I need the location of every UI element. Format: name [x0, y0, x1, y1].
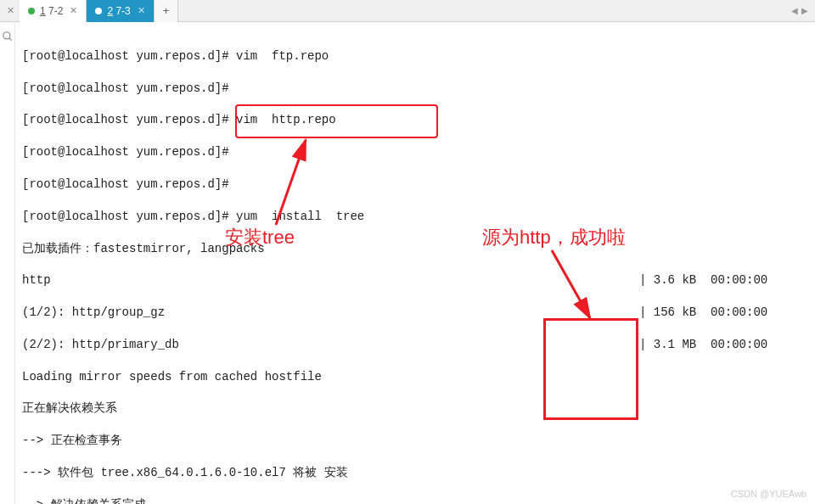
tab-7-3[interactable]: 2 7-3 ✕	[87, 0, 154, 22]
tab-nav-arrows: ◀ ▶	[791, 6, 815, 15]
tab-label: 1 7-2	[40, 5, 63, 17]
terminal-line: [root@localhost yum.repos.d]# yum instal…	[22, 209, 808, 225]
annotation-src-http: 源为http，成功啦	[482, 225, 626, 250]
terminal-line: [root@localhost yum.repos.d]#	[22, 176, 808, 193]
status-dot-icon	[28, 8, 35, 14]
sidebar	[0, 22, 15, 504]
terminal-line: ---> 软件包 tree.x86_64.0.1.6.0-10.el7 将被 安…	[22, 465, 808, 481]
tab-7-2[interactable]: 1 7-2 ✕	[20, 0, 87, 22]
terminal-line: 正在解决依赖关系	[22, 400, 808, 417]
terminal-line: Loading mirror speeds from cached hostfi…	[22, 369, 808, 385]
terminal-line: [root@localhost yum.repos.d]# vim ftp.re…	[22, 48, 808, 64]
close-icon[interactable]: ✕	[138, 5, 145, 16]
chevron-right-icon[interactable]: ▶	[801, 6, 808, 15]
terminal-output[interactable]: [root@localhost yum.repos.d]# vim ftp.re…	[15, 22, 815, 504]
new-tab-button[interactable]: +	[155, 0, 179, 22]
download-item: (2/2): http/primary_db	[22, 338, 179, 351]
repo-name: http	[22, 273, 51, 287]
download-stat: | 3.6 kB 00:00:00	[639, 272, 767, 288]
download-item: (1/2): http/group_gz	[22, 305, 165, 319]
terminal-line: (1/2): http/group_gz| 156 kB 00:00:00	[22, 305, 808, 321]
close-icon[interactable]: ✕	[7, 5, 14, 16]
tab-label: 2 7-3	[107, 5, 130, 17]
chevron-left-icon[interactable]: ◀	[791, 6, 798, 15]
command: yum install tree	[229, 210, 365, 223]
terminal-line: [root@localhost yum.repos.d]#	[22, 81, 808, 97]
prompt: [root@localhost yum.repos.d]#	[22, 210, 229, 223]
close-icon[interactable]: ✕	[70, 5, 77, 16]
terminal-line: [root@localhost yum.repos.d]#	[22, 144, 808, 160]
download-stat: | 3.1 MB 00:00:00	[639, 337, 767, 353]
watermark: CSDN @YUEAwb	[731, 489, 807, 499]
terminal-line: http| 3.6 kB 00:00:00	[22, 272, 808, 288]
terminal-line: 已加载插件：fastestmirror, langpacks	[22, 241, 808, 257]
search-icon[interactable]	[2, 31, 14, 42]
annotation-install-tree: 安装tree	[225, 225, 295, 250]
annotation-box-command	[235, 104, 438, 138]
svg-point-0	[3, 32, 9, 39]
terminal-line: --> 解决依赖关系完成	[22, 497, 808, 504]
annotation-box-source	[543, 318, 638, 420]
terminal-line: --> 正在检查事务	[22, 433, 808, 449]
download-stat: | 156 kB 00:00:00	[639, 305, 767, 321]
status-dot-icon	[95, 8, 102, 14]
svg-line-1	[8, 38, 11, 41]
tab-bar: ✕ 1 7-2 ✕ 2 7-3 ✕ + ◀ ▶	[0, 0, 815, 22]
terminal-line: (2/2): http/primary_db| 3.1 MB 00:00:00	[22, 337, 808, 353]
